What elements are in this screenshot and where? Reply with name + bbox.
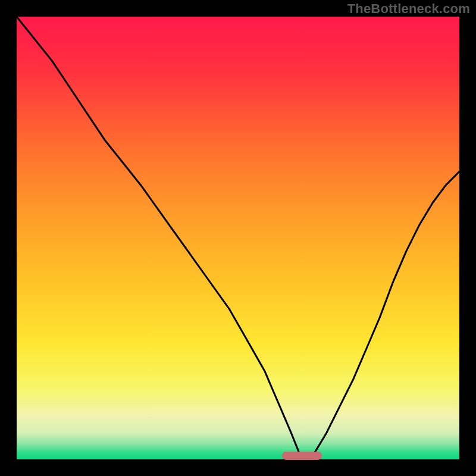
- chart-frame: TheBottleneck.com: [0, 0, 476, 476]
- plot-area: [17, 17, 459, 459]
- optimal-marker: [282, 452, 322, 460]
- bottleneck-chart: [17, 17, 459, 459]
- watermark-text: TheBottleneck.com: [347, 1, 470, 17]
- gradient-background: [17, 17, 459, 459]
